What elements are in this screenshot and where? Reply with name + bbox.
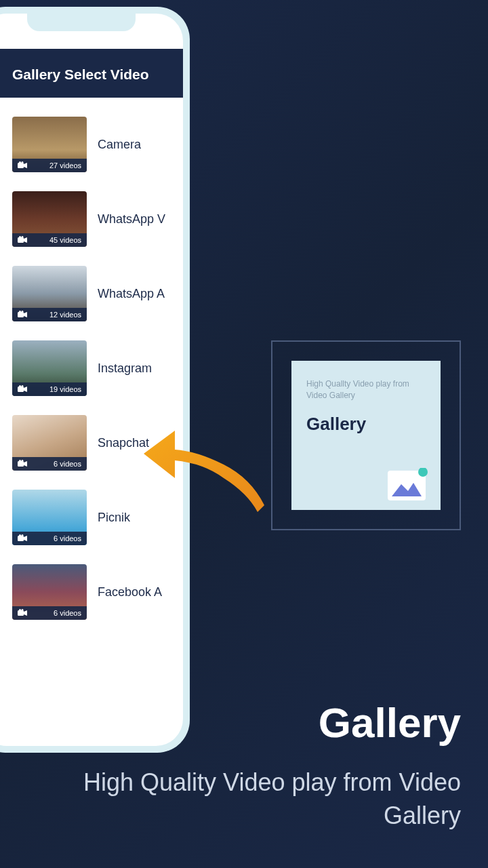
folder-label: WhatsApp A [98,287,165,301]
video-camera-icon [18,534,27,542]
svg-marker-17 [24,461,27,467]
svg-point-7 [22,236,24,238]
svg-marker-9 [24,312,27,317]
folder-label: Camera [98,138,141,152]
video-camera-icon [18,236,27,244]
folder-count-overlay: 6 videos [12,606,87,620]
folder-thumbnail: 27 videos [12,117,87,172]
svg-point-10 [19,311,21,313]
folder-thumbnail: 6 videos [12,415,87,471]
folder-thumbnail: 45 videos [12,191,87,247]
svg-marker-13 [24,387,27,392]
folder-thumbnail: 6 videos [12,564,87,620]
svg-point-14 [19,385,21,387]
folder-count-overlay: 27 videos [12,159,87,172]
folder-count: 45 videos [49,236,81,244]
folder-count-overlay: 19 videos [12,382,87,396]
svg-rect-12 [18,387,24,392]
folder-label: Snapchat [98,436,149,450]
feature-card-frame: High Quallty Video play from Video Galle… [271,340,461,530]
folder-thumbnail: 12 videos [12,266,87,321]
folder-count-overlay: 45 videos [12,233,87,247]
folder-count: 19 videos [49,385,81,393]
svg-rect-8 [18,312,24,317]
video-camera-icon [18,385,27,393]
folder-count-overlay: 6 videos [12,457,87,471]
app-header-title: Gallery Select Video [12,66,171,83]
svg-rect-0 [18,163,24,168]
svg-marker-25 [24,610,27,616]
svg-point-27 [22,609,24,611]
svg-point-6 [19,236,21,238]
hero-title: Gallery [319,698,461,747]
folder-list: 27 videosCamera45 videosWhatsApp V12 vid… [0,98,183,620]
card-title: Gallery [306,414,426,435]
svg-marker-1 [24,163,27,168]
folder-count: 12 videos [49,311,81,319]
arrow-icon [142,410,278,532]
folder-label: Facebook A [98,585,162,599]
video-camera-icon [18,311,27,319]
folder-item[interactable]: 19 videosInstagram [12,340,183,396]
svg-rect-20 [18,536,24,541]
folder-count: 6 videos [54,460,81,468]
phone-frame: Gallery Select Video 27 videosCamera45 v… [0,7,190,753]
svg-point-26 [19,609,21,611]
folder-count-overlay: 12 videos [12,308,87,321]
feature-card: High Quallty Video play from Video Galle… [291,361,441,510]
folder-label: Instagram [98,361,152,376]
phone-screen: Gallery Select Video 27 videosCamera45 v… [0,14,183,746]
svg-point-18 [19,460,21,462]
svg-point-15 [22,385,24,387]
svg-rect-4 [18,237,24,243]
folder-count-overlay: 6 videos [12,532,87,545]
folder-thumbnail: 6 videos [12,490,87,545]
folder-item[interactable]: 12 videosWhatsApp A [12,266,183,321]
folder-count: 27 videos [49,161,81,170]
video-camera-icon [18,609,27,617]
hero-subtitle: High Quality Video play from Video Galle… [27,766,461,832]
picture-icon [388,468,430,500]
svg-point-22 [19,534,21,536]
folder-label: WhatsApp V [98,212,165,226]
folder-item[interactable]: 27 videosCamera [12,117,183,172]
folder-thumbnail: 19 videos [12,340,87,396]
svg-marker-21 [24,536,27,541]
folder-count: 6 videos [54,609,81,617]
phone-notch [27,14,136,31]
svg-rect-24 [18,610,24,616]
video-camera-icon [18,161,27,170]
svg-point-2 [19,161,21,163]
svg-point-3 [22,161,24,163]
svg-point-23 [22,534,24,536]
app-header: Gallery Select Video [0,49,183,98]
svg-point-11 [22,311,24,313]
folder-item[interactable]: 45 videosWhatsApp V [12,191,183,247]
svg-point-19 [22,460,24,462]
folder-count: 6 videos [54,534,81,542]
video-camera-icon [18,460,27,468]
card-subtitle: High Quallty Video play from Video Galle… [306,378,426,401]
folder-label: Picnik [98,511,130,525]
folder-item[interactable]: 6 videosFacebook A [12,564,183,620]
svg-rect-16 [18,461,24,467]
svg-marker-5 [24,237,27,243]
